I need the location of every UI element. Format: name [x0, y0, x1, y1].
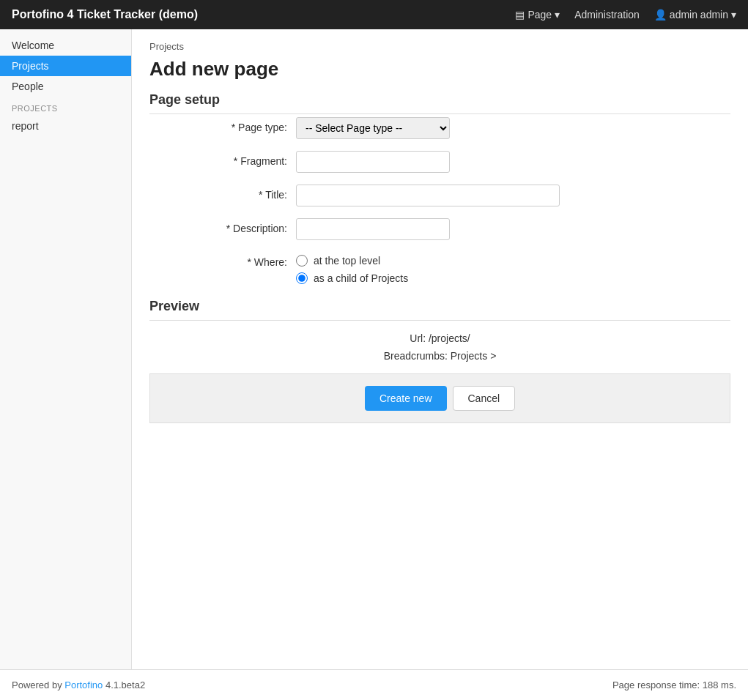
main-content: Projects Add new page Page setup * Page …	[132, 29, 748, 669]
sidebar-section-projects: PROJECTS	[0, 97, 131, 116]
cancel-button[interactable]: Cancel	[453, 386, 516, 411]
user-menu[interactable]: 👤 admin admin ▾	[654, 9, 736, 21]
user-icon: 👤	[654, 9, 667, 21]
app-title: Portofino 4 Ticket Tracker (demo)	[12, 8, 515, 21]
title-input[interactable]	[296, 185, 560, 206]
sidebar: Welcome Projects People PROJECTS report	[0, 29, 132, 669]
layout: Welcome Projects People PROJECTS report …	[0, 29, 748, 669]
description-input[interactable]	[296, 218, 450, 240]
where-row: * Where: at the top level as a child of …	[149, 252, 730, 284]
page-type-label: * Page type:	[149, 117, 296, 133]
where-radio-child[interactable]	[296, 272, 308, 284]
sidebar-item-projects[interactable]: Projects	[0, 56, 131, 76]
where-radio-top[interactable]	[296, 255, 308, 267]
section-heading: Page setup	[149, 92, 730, 114]
footer-response-time: Page response time: 188 ms.	[612, 679, 736, 690]
where-option-top[interactable]: at the top level	[296, 255, 408, 267]
administration-link[interactable]: Administration	[574, 9, 640, 21]
page-type-select[interactable]: -- Select Page type -- CRUD Custom Folde…	[296, 117, 450, 139]
where-option-child[interactable]: as a child of Projects	[296, 272, 408, 284]
user-dropdown-icon: ▾	[731, 9, 736, 21]
create-new-button[interactable]: Create new	[365, 386, 447, 411]
preview-heading: Preview	[149, 299, 730, 321]
page-menu[interactable]: ▤ Page ▾	[515, 9, 560, 21]
preview-section: Preview Url: /projects/ Breadcrumbs: Pro…	[149, 299, 730, 362]
page-icon: ▤	[515, 9, 525, 21]
sidebar-item-report[interactable]: report	[0, 116, 131, 136]
breadcrumb: Projects	[149, 41, 730, 52]
description-row: * Description:	[149, 218, 730, 240]
preview-url: Url: /projects/	[149, 332, 730, 344]
sidebar-item-welcome[interactable]: Welcome	[0, 35, 131, 56]
preview-breadcrumbs: Breadcrumbs: Projects >	[149, 350, 730, 362]
page-setup-section: Page setup * Page type: -- Select Page t…	[149, 92, 730, 284]
title-label: * Title:	[149, 185, 296, 201]
portofino-link[interactable]: Portofino	[64, 679, 103, 690]
sidebar-item-people[interactable]: People	[0, 76, 131, 97]
page-type-row: * Page type: -- Select Page type -- CRUD…	[149, 117, 730, 139]
action-bar: Create new Cancel	[149, 373, 730, 423]
footer: Powered by Portofino 4.1.beta2 Page resp…	[0, 669, 748, 700]
navbar: Portofino 4 Ticket Tracker (demo) ▤ Page…	[0, 0, 748, 29]
navbar-links: ▤ Page ▾ Administration 👤 admin admin ▾	[515, 9, 736, 21]
where-label: * Where:	[149, 252, 296, 268]
fragment-input[interactable]	[296, 151, 450, 173]
page-title: Add new page	[149, 58, 730, 81]
footer-version: 4.1.beta2	[103, 679, 145, 690]
where-radio-group: at the top level as a child of Projects	[296, 252, 408, 284]
where-top-label: at the top level	[314, 255, 380, 267]
footer-powered-by: Powered by Portofino 4.1.beta2	[12, 679, 145, 690]
title-row: * Title:	[149, 185, 730, 206]
fragment-label: * Fragment:	[149, 151, 296, 167]
where-child-label: as a child of Projects	[314, 272, 408, 284]
description-label: * Description:	[149, 218, 296, 234]
dropdown-icon: ▾	[555, 9, 560, 21]
fragment-row: * Fragment:	[149, 151, 730, 173]
footer-text: Powered by	[12, 679, 64, 690]
